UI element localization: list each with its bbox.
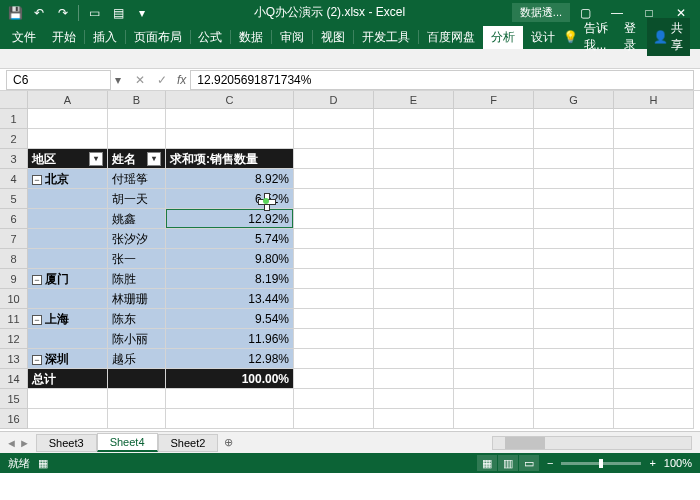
share-button[interactable]: 👤共享 [647,18,690,56]
cell[interactable] [534,349,614,369]
cell[interactable] [534,149,614,169]
row-16[interactable]: 16 [0,409,28,429]
pivot-name[interactable]: 胡一天 [108,189,166,209]
cell[interactable] [28,109,108,129]
pivot-value[interactable]: 8.19% [166,269,294,289]
cell[interactable] [294,129,374,149]
h-scroll-thumb[interactable] [505,437,545,449]
cell[interactable] [374,209,454,229]
cell[interactable] [454,249,534,269]
row-12[interactable]: 12 [0,329,28,349]
cell[interactable] [374,189,454,209]
cell[interactable] [374,249,454,269]
cell[interactable] [108,129,166,149]
zoom-slider[interactable] [561,462,641,465]
cell[interactable] [614,289,694,309]
pivot-value[interactable]: 9.54% [166,309,294,329]
pivot-name[interactable]: 陈小丽 [108,329,166,349]
pivot-name[interactable]: 陈东 [108,309,166,329]
pivot-header-name[interactable]: 姓名▾ [108,149,166,169]
view-layout-icon[interactable]: ▥ [498,455,518,471]
cell[interactable] [614,309,694,329]
cell[interactable] [534,369,614,389]
cancel-fx-icon[interactable]: ✕ [131,73,149,87]
cell[interactable] [614,109,694,129]
cell[interactable] [614,149,694,169]
cell[interactable] [614,189,694,209]
cell[interactable] [534,209,614,229]
cell[interactable] [108,109,166,129]
cell[interactable] [28,409,108,429]
cell[interactable] [294,389,374,409]
pivot-total-value[interactable]: 100.00% [166,369,294,389]
qat-dropdown-icon[interactable]: ▾ [131,2,153,24]
view-break-icon[interactable]: ▭ [519,455,539,471]
cell[interactable] [374,409,454,429]
row-8[interactable]: 8 [0,249,28,269]
row-14[interactable]: 14 [0,369,28,389]
cell[interactable] [28,129,108,149]
cell[interactable] [294,269,374,289]
cell[interactable] [614,409,694,429]
cell[interactable] [374,329,454,349]
col-A[interactable]: A [28,91,108,109]
status-rec-icon[interactable]: ▦ [38,457,48,470]
cell[interactable] [454,189,534,209]
tab-layout[interactable]: 页面布局 [126,26,190,49]
tab-insert[interactable]: 插入 [85,26,125,49]
login-link[interactable]: 登录 [624,20,642,54]
pivot-region[interactable] [28,229,108,249]
cell[interactable] [374,229,454,249]
row-4[interactable]: 4 [0,169,28,189]
cell[interactable] [454,149,534,169]
zoom-level[interactable]: 100% [664,457,692,469]
cell[interactable] [108,389,166,409]
cell[interactable] [534,129,614,149]
cell[interactable] [454,269,534,289]
cell[interactable] [294,289,374,309]
sheet-tab-2[interactable]: Sheet4 [97,433,158,452]
sheet-tab-3[interactable]: Sheet2 [158,434,219,452]
cell[interactable] [294,349,374,369]
pivot-value[interactable]: 13.44% [166,289,294,309]
cell[interactable] [294,229,374,249]
row-3[interactable]: 3 [0,149,28,169]
sheet-nav-prev-icon[interactable]: ◄ [6,437,17,449]
sheet-tab-1[interactable]: Sheet3 [36,434,97,452]
pivot-name[interactable]: 付瑶筝 [108,169,166,189]
sheet-nav-next-icon[interactable]: ► [19,437,30,449]
cell[interactable] [374,369,454,389]
zoom-out-icon[interactable]: − [547,457,553,469]
pivot-name[interactable]: 张汐汐 [108,229,166,249]
row-11[interactable]: 11 [0,309,28,329]
cell[interactable] [108,409,166,429]
cell[interactable] [614,389,694,409]
cell[interactable] [614,249,694,269]
cell[interactable] [454,369,534,389]
row-1[interactable]: 1 [0,109,28,129]
row-7[interactable]: 7 [0,229,28,249]
cell[interactable] [294,109,374,129]
pivot-name[interactable]: 越乐 [108,349,166,369]
cell[interactable] [294,249,374,269]
pivot-value[interactable]: 5.74% [166,229,294,249]
cell[interactable] [374,389,454,409]
cell[interactable] [28,389,108,409]
formula-bar[interactable]: 12.9205691871734% [190,70,694,90]
row-6[interactable]: 6 [0,209,28,229]
cell[interactable] [534,309,614,329]
col-C[interactable]: C [166,91,294,109]
collapse-icon[interactable]: − [32,175,42,185]
tab-review[interactable]: 审阅 [272,26,312,49]
cell[interactable] [534,269,614,289]
namebox-dropdown-icon[interactable]: ▾ [111,73,125,87]
cell[interactable] [614,369,694,389]
cell[interactable] [614,209,694,229]
pivot-total-blank[interactable] [108,369,166,389]
cell[interactable] [374,169,454,189]
pivot-name[interactable]: 张一 [108,249,166,269]
row-10[interactable]: 10 [0,289,28,309]
cell[interactable] [534,329,614,349]
tell-me[interactable]: 告诉我... [584,20,618,54]
cell[interactable] [454,349,534,369]
